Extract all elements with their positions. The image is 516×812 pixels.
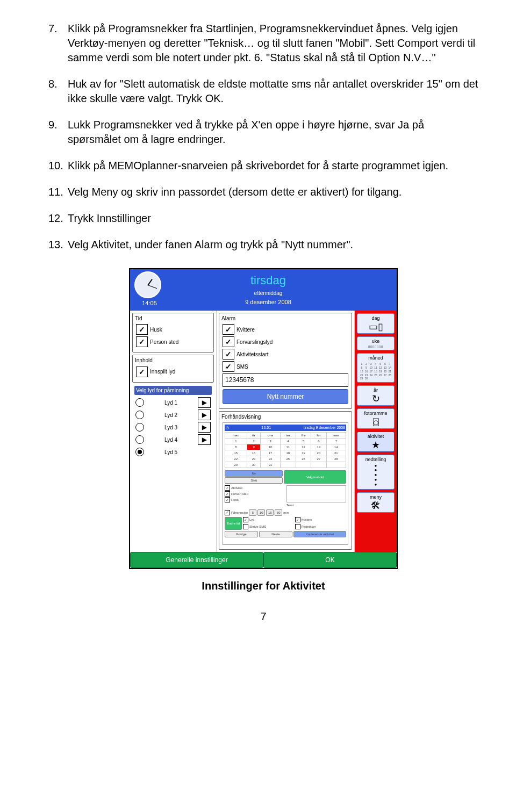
item-number: 12. xyxy=(48,211,63,226)
panel-lyd-paminning: Velg lyd for påminning Lyd 1 Lyd 2 Lyd 3… xyxy=(132,385,214,461)
month-icon: 1234567 891011121314 15161718192021 2223… xyxy=(359,362,392,380)
checkbox-husk[interactable] xyxy=(136,324,148,335)
sidebar-uke-button[interactable]: uke ▯▯▯▯▯▯▯ xyxy=(357,336,395,350)
preview-content: ◷ 13:01 tirsdag 9 desember 2008 mantiron… xyxy=(223,422,348,545)
panel-title: Forhåndsvisning xyxy=(221,413,349,421)
item-text: Klikk på MEMOplanner-snarveien på skrive… xyxy=(68,160,448,171)
preview-kopier-button[interactable]: Kopierende aktivitet xyxy=(293,531,346,537)
clock-icon xyxy=(134,271,161,298)
preview-date: tirsdag 9 desember 2008 xyxy=(304,425,345,430)
panel-alarm: Alarm Kvittere Forvarslingslyd Aktivitet… xyxy=(219,313,352,409)
speaker-icon[interactable] xyxy=(198,397,211,408)
header-day: tirsdag xyxy=(171,272,366,289)
speaker-icon[interactable] xyxy=(198,422,211,433)
speaker-icon[interactable] xyxy=(198,434,211,445)
checkbox-innspilt-lyd[interactable] xyxy=(136,367,148,377)
preview-text-box xyxy=(286,485,347,502)
sidebar-ar-button[interactable]: år ↻ xyxy=(357,385,395,406)
panel-tid: Tid Husk Person sted xyxy=(132,313,214,353)
item-number: 13. xyxy=(48,238,63,252)
item-text: Velg Meny og skriv inn passordet (dersom… xyxy=(68,186,402,198)
list-item-11: 11. Velg Meny og skriv inn passordet (de… xyxy=(48,185,478,199)
radio-lyd-3[interactable]: Lyd 3 xyxy=(135,422,211,433)
preview-forrige-button[interactable]: Forrige xyxy=(225,531,258,537)
checkbox-forvarslingslyd[interactable] xyxy=(223,336,234,347)
list-item-10: 10. Klikk på MEMOplanner-snarveien på sk… xyxy=(48,159,478,173)
ok-button[interactable]: OK xyxy=(263,552,397,568)
preview-checkbox[interactable] xyxy=(225,485,230,491)
sidebar-dag-button[interactable]: dag ▭▯ xyxy=(357,313,395,334)
preview-calendar: mantironstorfrelørsøn 1234567 8910111213… xyxy=(225,432,346,469)
radio-icon xyxy=(135,411,144,419)
sidebar-fotoramme-button[interactable]: fotoramme ⌼ xyxy=(357,408,395,429)
checkbox-aktivitetsstart[interactable] xyxy=(223,349,234,360)
preview-time: 13:01 xyxy=(262,425,271,430)
radio-lyd-5[interactable]: Lyd 5 xyxy=(135,447,211,457)
refresh-icon: ↻ xyxy=(357,394,394,404)
generelle-innstillinger-button[interactable]: Generelle innstillinger xyxy=(130,552,263,568)
panel-title: Velg lyd for påminning xyxy=(134,386,212,396)
item-text: Lukk Programsnekker ved å trykke på X'en… xyxy=(68,119,424,145)
panel-title: Tid xyxy=(135,315,211,322)
screenshot-caption: Innstillinger for Aktivitet xyxy=(48,579,478,593)
nytt-nummer-button[interactable]: Nytt nummer xyxy=(223,389,348,404)
app-header: 14:05 tirsdag ettermiddag 9 desember 200… xyxy=(130,269,397,311)
sidebar-nedtelling-button[interactable]: nedtelling ●●●●● xyxy=(357,455,395,489)
list-item-8: 8. Huk av for "Slett automatisk de eldst… xyxy=(48,77,478,106)
panel-title: Alarm xyxy=(221,315,349,322)
item-number: 7. xyxy=(48,21,58,36)
item-text: Klikk på Programsnekker fra Startlinjen,… xyxy=(68,23,475,63)
memoplanner-screenshot: 14:05 tirsdag ettermiddag 9 desember 200… xyxy=(129,268,398,569)
header-sub: ettermiddag xyxy=(171,290,366,297)
footer: Generelle innstillinger OK xyxy=(130,552,397,568)
preview-checkbox[interactable] xyxy=(225,497,230,502)
label-forvarslingslyd: Forvarslingslyd xyxy=(236,339,273,346)
item-text: Huk av for "Slett automatisk de eldste m… xyxy=(68,78,478,104)
header-time: 14:05 xyxy=(142,299,157,307)
preview-velg-innhold-button[interactable]: Velg innhold xyxy=(284,470,346,484)
preview-endre-tid-button[interactable]: Endre tid xyxy=(225,517,242,530)
item-number: 10. xyxy=(48,159,63,173)
sms-number-input[interactable]: 12345678 xyxy=(223,373,348,386)
label-sms: SMS xyxy=(236,363,248,371)
list-item-13: 13. Velg Aktivitet, under fanen Alarm og… xyxy=(48,238,478,252)
label-aktivitetsstart: Aktivitetsstart xyxy=(236,351,268,358)
tools-icon: 🛠 xyxy=(357,501,394,511)
speaker-icon[interactable] xyxy=(198,409,211,420)
checkbox-sms[interactable] xyxy=(223,361,234,372)
radio-lyd-2[interactable]: Lyd 2 xyxy=(135,409,211,420)
page-number: 7 xyxy=(48,609,478,624)
list-item-12: 12. Trykk Innstillinger xyxy=(48,211,478,226)
item-number: 11. xyxy=(48,185,63,199)
item-number: 8. xyxy=(48,77,58,91)
preview-checkbox[interactable]: ✓ xyxy=(225,510,230,515)
list-item-9: 9. Lukk Programsnekker ved å trykke på X… xyxy=(48,118,478,147)
preview-ny-button[interactable]: Ny xyxy=(225,470,283,477)
sidebar-maned-button[interactable]: måned 1234567 891011121314 1516171819202… xyxy=(357,353,395,383)
sidebar-meny-button[interactable]: meny 🛠 xyxy=(357,492,395,513)
item-text: Trykk Innstillinger xyxy=(68,212,151,224)
radio-icon xyxy=(135,398,144,407)
radio-icon xyxy=(135,448,144,456)
checkbox-kvittere[interactable] xyxy=(223,324,234,335)
label-person-sted: Person sted xyxy=(150,339,178,346)
countdown-icon: ●●●●● xyxy=(357,464,394,487)
preview-clock-icon: ◷ xyxy=(226,425,229,430)
label-innspilt-lyd: Innspilt lyd xyxy=(150,368,175,376)
panel-title: Innhold xyxy=(135,357,211,364)
preview-slett-button[interactable]: Slett xyxy=(225,477,283,484)
list-item-7: 7. Klikk på Programsnekker fra Startlinj… xyxy=(48,21,478,65)
week-icon: ▯▯▯▯▯▯▯ xyxy=(357,345,394,348)
header-date: 9 desember 2008 xyxy=(171,298,366,306)
day-icon: ▭▯ xyxy=(357,322,394,332)
instruction-list: 7. Klikk på Programsnekker fra Startlinj… xyxy=(48,21,478,252)
preview-checkbox[interactable] xyxy=(225,491,230,497)
radio-icon xyxy=(135,423,144,432)
radio-lyd-4[interactable]: Lyd 4 xyxy=(135,434,211,445)
panel-forhandsvisning: Forhåndsvisning ◷ 13:01 tirsdag 9 desemb… xyxy=(219,411,352,550)
sidebar-aktivitet-button[interactable]: aktivitet ★ xyxy=(357,432,395,452)
label-kvittere: Kvittere xyxy=(236,326,255,334)
preview-neste-button[interactable]: Neste xyxy=(259,531,292,537)
checkbox-person-sted[interactable] xyxy=(136,336,148,347)
radio-lyd-1[interactable]: Lyd 1 xyxy=(135,397,211,408)
